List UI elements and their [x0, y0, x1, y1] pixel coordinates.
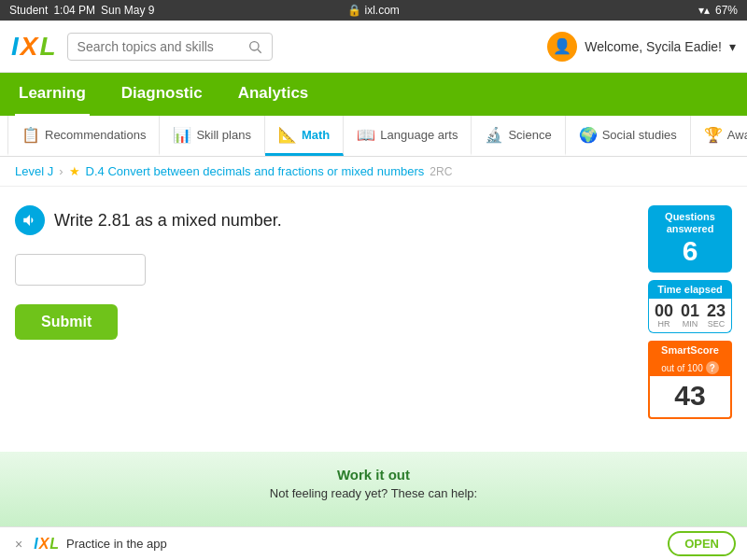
status-bar-right: ▾▴ 67% [698, 4, 738, 17]
info-icon: ? [706, 361, 719, 374]
tab-languagearts[interactable]: 📖 Language arts [344, 116, 472, 156]
question-area: Write 2.81 as a mixed number. Submit [15, 205, 629, 448]
date-label: Sun May 9 [101, 4, 154, 17]
languagearts-icon: 📖 [357, 126, 375, 144]
speaker-icon[interactable] [15, 205, 45, 235]
open-button[interactable]: OPEN [668, 531, 736, 556]
questions-value: 6 [652, 235, 728, 267]
submit-button[interactable]: Submit [15, 304, 118, 340]
smartscore-body: 43 [648, 376, 732, 419]
student-label: Student [9, 4, 48, 17]
battery-label: 67% [715, 4, 738, 17]
status-bar-left: Student 1:04 PM Sun May 9 [9, 4, 154, 17]
math-icon: 📐 [278, 126, 297, 144]
tab-socialstudies[interactable]: 🌍 Social studies [566, 116, 691, 156]
time-header: Time elapsed [648, 280, 732, 299]
welcome-text: Welcome, Sycila Eadie! [585, 39, 722, 54]
work-it-out-subtitle: Not feeling ready yet? These can help: [270, 486, 477, 500]
svg-line-1 [258, 49, 261, 53]
question-text: Write 2.81 as a mixed number. [54, 211, 282, 231]
tab-skillplans-label: Skill plans [196, 128, 251, 142]
tab-socialstudies-label: Social studies [602, 128, 677, 142]
breadcrumb: Level J › ★ D.4 Convert between decimals… [0, 157, 747, 187]
breadcrumb-skill[interactable]: D.4 Convert between decimals and fractio… [86, 164, 425, 178]
smartscore-value: 43 [650, 380, 730, 412]
awards-icon: 🏆 [704, 126, 723, 144]
main-content: Write 2.81 as a mixed number. Submit Que… [0, 187, 747, 467]
app-bar-left: × I X L Practice in the app [11, 535, 167, 553]
subject-tabs: 📋 Recommendations 📊 Skill plans 📐 Math 📖… [0, 116, 747, 157]
time-body: 00 HR 01 MIN 23 SEC [648, 299, 732, 333]
stats-sidebar: Questions answered 6 Time elapsed 00 HR … [648, 205, 732, 448]
recommendations-icon: 📋 [21, 126, 40, 144]
time-elapsed-box: Time elapsed 00 HR 01 MIN 23 SEC [648, 280, 732, 333]
tab-languagearts-label: Language arts [380, 128, 458, 142]
tab-awards-label: Awards [727, 128, 747, 142]
top-nav: I X L 👤 Welcome, Sycila Eadie! ▾ [0, 21, 747, 73]
time-sec: 23 SEC [707, 302, 726, 329]
tab-science-label: Science [508, 128, 551, 142]
tab-recommendations[interactable]: 📋 Recommendations [7, 116, 160, 156]
nav-item-learning[interactable]: Learning [15, 73, 90, 117]
wifi-icon: ▾▴ [698, 4, 710, 17]
status-bar-center: 🔒 ixl.com [347, 4, 400, 17]
nav-item-diagnostic[interactable]: Diagnostic [118, 73, 206, 117]
user-section[interactable]: 👤 Welcome, Sycila Eadie! ▾ [547, 32, 736, 62]
questions-answered-box: Questions answered 6 [648, 205, 732, 273]
tab-awards[interactable]: 🏆 Awards [691, 116, 747, 156]
svg-point-0 [249, 41, 258, 49]
skillplans-icon: 📊 [173, 126, 191, 144]
breadcrumb-separator: › [59, 164, 63, 178]
smartscore-header: SmartScore [648, 341, 732, 359]
smartscore-subheader: out of 100 ? [648, 359, 732, 376]
search-input[interactable] [78, 39, 242, 54]
status-bar: Student 1:04 PM Sun May 9 🔒 ixl.com ▾▴ 6… [0, 0, 747, 21]
time-hr: 00 HR [655, 302, 673, 329]
answer-input[interactable] [15, 254, 146, 286]
chevron-down-icon: ▾ [729, 39, 736, 54]
close-icon[interactable]: × [11, 535, 26, 553]
search-box[interactable] [67, 33, 273, 61]
tab-skillplans[interactable]: 📊 Skill plans [160, 116, 265, 156]
tab-science[interactable]: 🔬 Science [472, 116, 565, 156]
app-bar-text: Practice in the app [66, 537, 167, 551]
socialstudies-icon: 🌍 [579, 126, 598, 144]
ixl-logo[interactable]: I X L [11, 32, 56, 62]
breadcrumb-level[interactable]: Level J [15, 164, 53, 178]
question-header: Write 2.81 as a mixed number. [15, 205, 629, 235]
questions-label: Questions answered [652, 211, 728, 235]
time-label: 1:04 PM [53, 4, 95, 17]
breadcrumb-skill-name: Convert between decimals and fractions o… [107, 164, 424, 178]
app-bar: × I X L Practice in the app OPEN [0, 526, 747, 560]
app-bar-logo: I X L [34, 536, 59, 553]
work-section: Work it out Not feeling ready yet? These… [0, 452, 747, 526]
search-icon [247, 39, 262, 54]
tab-math[interactable]: 📐 Math [265, 116, 344, 156]
time-min: 01 MIN [681, 302, 699, 329]
tab-recommendations-label: Recommendations [45, 128, 146, 142]
nav-item-analytics[interactable]: Analytics [234, 73, 313, 117]
green-nav: Learning Diagnostic Analytics [0, 73, 747, 116]
breadcrumb-skill-code: D.4 [86, 164, 105, 178]
avatar: 👤 [547, 32, 577, 62]
work-it-out-title: Work it out [337, 467, 410, 483]
science-icon: 🔬 [485, 126, 503, 144]
smartscore-box: SmartScore out of 100 ? 43 [648, 341, 732, 419]
breadcrumb-star-icon: ★ [69, 164, 80, 178]
tab-math-label: Math [302, 128, 330, 142]
breadcrumb-badge: 2RC [430, 165, 452, 178]
